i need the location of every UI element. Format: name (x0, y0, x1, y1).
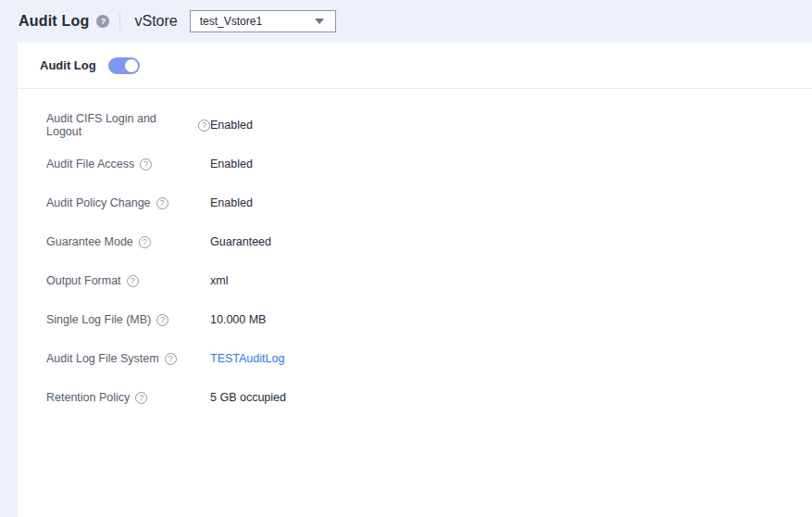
row-label-wrap: Audit Policy Change (46, 196, 210, 209)
header-divider (119, 11, 120, 32)
setting-row-audit-cifs-login-logout: Audit CIFS Login and Logout Enabled (46, 117, 812, 133)
help-icon[interactable] (139, 236, 151, 248)
chevron-down-icon (315, 19, 324, 24)
row-label-wrap: Audit File Access (46, 158, 210, 170)
setting-row-audit-log-file-system: Audit Log File System TESTAuditLog (46, 350, 812, 367)
row-label-wrap: Output Format (46, 274, 210, 287)
help-icon[interactable] (140, 158, 152, 170)
row-label: Audit File Access (46, 158, 134, 170)
setting-row-retention-policy: Retention Policy 5 GB occupied (46, 389, 812, 406)
setting-row-output-format: Output Format xml (46, 272, 812, 289)
page-header: Audit Log vStore test_Vstore1 (0, 0, 812, 43)
vstore-select[interactable]: test_Vstore1 (190, 10, 336, 32)
setting-row-audit-file-access: Audit File Access Enabled (46, 156, 812, 172)
help-icon[interactable] (198, 120, 210, 132)
page-title: Audit Log (19, 13, 89, 30)
setting-row-guarantee-mode: Guarantee Mode Guaranteed (46, 233, 812, 250)
setting-row-single-log-file: Single Log File (MB) 10.000 MB (46, 311, 812, 328)
row-label: Single Log File (MB) (46, 313, 151, 326)
audit-log-toggle[interactable] (108, 57, 140, 74)
row-label: Guarantee Mode (46, 235, 133, 248)
row-label-wrap: Audit CIFS Login and Logout (46, 112, 210, 138)
row-value: Enabled (210, 119, 253, 132)
row-value: Enabled (210, 196, 253, 209)
settings-list: Audit CIFS Login and Logout Enabled Audi… (18, 89, 812, 406)
row-label: Audit Policy Change (46, 196, 151, 209)
row-value: Guaranteed (210, 235, 271, 248)
setting-row-audit-policy-change: Audit Policy Change Enabled (46, 195, 812, 211)
row-label-wrap: Retention Policy (46, 391, 210, 404)
row-value: xml (210, 274, 228, 287)
row-value: 5 GB occupied (210, 391, 286, 404)
help-icon[interactable] (127, 275, 139, 287)
row-label: Audit CIFS Login and Logout (46, 112, 193, 138)
audit-log-toggle-label: Audit Log (40, 58, 96, 72)
row-label: Retention Policy (46, 391, 130, 404)
audit-log-file-system-link[interactable]: TESTAuditLog (210, 352, 284, 365)
row-label: Audit Log File System (46, 352, 159, 365)
vstore-selected-value: test_Vstore1 (200, 15, 262, 28)
row-label-wrap: Audit Log File System (46, 352, 210, 365)
toggle-knob (125, 59, 138, 72)
row-label-wrap: Guarantee Mode (46, 235, 210, 248)
vstore-label: vStore (134, 13, 177, 30)
help-icon[interactable] (156, 314, 169, 326)
help-icon[interactable] (135, 392, 147, 404)
row-value: 10.000 MB (210, 313, 266, 326)
row-label: Output Format (46, 274, 121, 287)
panel-header: Audit Log (18, 43, 812, 89)
audit-log-panel: Audit Log Audit CIFS Login and Logout En… (18, 43, 812, 517)
row-label-wrap: Single Log File (MB) (46, 313, 210, 326)
page-title-help-icon[interactable] (96, 15, 109, 28)
help-icon[interactable] (165, 353, 177, 365)
help-icon[interactable] (156, 197, 169, 209)
row-value: Enabled (210, 158, 253, 170)
